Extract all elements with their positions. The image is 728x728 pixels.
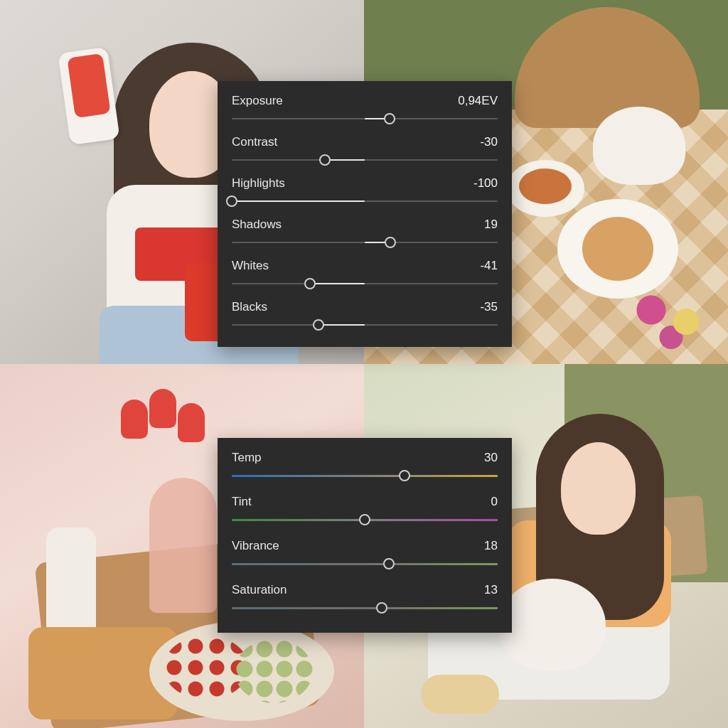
slider-thumb[interactable]	[385, 237, 396, 248]
slider-track[interactable]	[232, 155, 498, 165]
vibrance-slider[interactable]: Vibrance18	[232, 539, 498, 569]
saturation-slider[interactable]: Saturation13	[232, 583, 498, 613]
slider-label: Shadows	[232, 218, 282, 232]
slider-track[interactable]	[232, 114, 498, 124]
slider-label: Contrast	[232, 135, 277, 149]
slider-label: Vibrance	[232, 539, 279, 553]
highlights-slider[interactable]: Highlights-100	[232, 176, 498, 206]
slider-track[interactable]	[232, 559, 498, 569]
slider-track[interactable]	[232, 279, 498, 289]
slider-label: Highlights	[232, 176, 285, 191]
slider-value: 19	[484, 218, 498, 232]
slider-track[interactable]	[232, 471, 498, 481]
slider-thumb[interactable]	[226, 196, 237, 207]
slider-track[interactable]	[232, 603, 498, 613]
slider-value: 0	[491, 495, 498, 509]
slider-value: 13	[484, 583, 498, 597]
slider-value: 30	[484, 451, 498, 465]
slider-thumb[interactable]	[383, 558, 395, 569]
slider-value: -100	[473, 176, 498, 191]
slider-label: Saturation	[232, 583, 287, 597]
light-adjustments-panel: Exposure0,94EVContrast-30Highlights-100S…	[218, 81, 512, 347]
slider-thumb[interactable]	[304, 278, 316, 289]
tint-slider[interactable]: Tint0	[232, 495, 498, 525]
slider-thumb[interactable]	[384, 113, 395, 124]
slider-thumb[interactable]	[319, 154, 331, 166]
slider-track[interactable]	[232, 196, 498, 206]
slider-track[interactable]	[232, 237, 498, 247]
slider-label: Blacks	[232, 300, 267, 314]
slider-thumb[interactable]	[359, 514, 370, 525]
temp-slider[interactable]: Temp30	[232, 451, 498, 481]
slider-value: 0,94EV	[458, 94, 498, 108]
slider-label: Temp	[232, 451, 262, 465]
shadows-slider[interactable]: Shadows19	[232, 218, 498, 247]
slider-thumb[interactable]	[376, 602, 387, 614]
slider-label: Exposure	[232, 94, 283, 108]
slider-thumb[interactable]	[399, 470, 410, 481]
color-adjustments-panel: Temp30Tint0Vibrance18Saturation13	[218, 438, 512, 633]
slider-track[interactable]	[232, 320, 498, 330]
whites-slider[interactable]: Whites-41	[232, 259, 498, 289]
slider-thumb[interactable]	[313, 319, 324, 331]
slider-label: Tint	[232, 495, 252, 509]
blacks-slider[interactable]: Blacks-35	[232, 300, 498, 330]
slider-value: 18	[484, 539, 498, 553]
slider-value: -30	[480, 135, 498, 149]
slider-track[interactable]	[232, 515, 498, 525]
slider-label: Whites	[232, 259, 269, 273]
slider-value: -35	[480, 300, 498, 314]
exposure-slider[interactable]: Exposure0,94EV	[232, 94, 498, 124]
contrast-slider[interactable]: Contrast-30	[232, 135, 498, 165]
slider-value: -41	[480, 259, 498, 273]
